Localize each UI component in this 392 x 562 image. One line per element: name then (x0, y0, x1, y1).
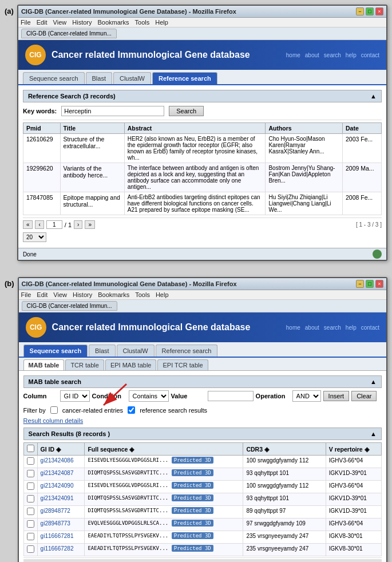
menu-file-a[interactable]: File (21, 19, 31, 26)
per-page-select-a[interactable]: 20 50 100 (23, 232, 46, 242)
link-contact-a[interactable]: contact (361, 52, 379, 58)
row-checkbox[interactable] (27, 482, 34, 490)
row-checkbox[interactable] (27, 533, 34, 540)
link-home-a[interactable]: home (286, 52, 300, 58)
collapse-icon-a[interactable]: ▲ (370, 93, 377, 100)
subtab-epimab-b[interactable]: EPI MAB table (105, 359, 157, 370)
cell-checkbox[interactable] (23, 519, 37, 531)
link-help-b[interactable]: help (346, 324, 357, 331)
row-checkbox[interactable] (27, 495, 34, 502)
minimize-btn-a[interactable]: − (356, 7, 364, 15)
cell-checkbox[interactable] (23, 544, 37, 556)
content-area-b: MAB table search ▲ Column GI ID Conditio… (19, 371, 386, 562)
browser-tab-a[interactable]: CIG-DB (Cancer-related Immun... (21, 29, 117, 38)
link-help-a[interactable]: help (346, 52, 357, 58)
menu-tools-a[interactable]: Tools (135, 19, 150, 26)
cell-gi[interactable]: gi213424086 (37, 456, 85, 468)
cell-gi[interactable]: gi213424090 (37, 481, 85, 493)
predicted-3d-badge[interactable]: Predicted 3D (172, 532, 213, 539)
predicted-3d-badge[interactable]: Predicted 3D (172, 520, 213, 527)
select-all-checkbox-b[interactable] (27, 445, 34, 452)
tab-blast-a[interactable]: Blast (86, 72, 112, 84)
menu-history-a[interactable]: History (72, 19, 92, 26)
search-input-a[interactable] (61, 106, 164, 116)
next-page-btn-a[interactable]: › (74, 220, 82, 229)
cell-gi[interactable]: gi213424091 (37, 493, 85, 506)
menu-view-b[interactable]: View (53, 291, 67, 298)
col-select-b[interactable]: GI ID (60, 390, 90, 402)
cell-gi[interactable]: gi28948773 (37, 519, 85, 531)
tab-reference-search-a[interactable]: Reference search (152, 72, 217, 84)
prev-page-btn-a[interactable]: ‹ (35, 220, 43, 229)
tab-blast-b[interactable]: Blast (89, 345, 115, 357)
checkbox-refresults-b[interactable] (128, 406, 135, 414)
cell-gi[interactable]: gi116667282 (37, 544, 85, 556)
menu-history-b[interactable]: History (73, 291, 92, 298)
cell-checkbox[interactable] (23, 468, 37, 481)
link-contact-b[interactable]: contact (361, 324, 379, 331)
cond-select-b[interactable]: Contains (129, 390, 169, 402)
collapse-icon-b[interactable]: ▲ (370, 378, 377, 385)
predicted-3d-badge[interactable]: Predicted 3D (172, 494, 213, 501)
row-checkbox[interactable] (27, 545, 34, 553)
op-select-b[interactable]: AND OR (292, 390, 321, 402)
menu-bookmarks-a[interactable]: Bookmarks (97, 19, 129, 26)
result-link-b[interactable]: Result column details (23, 417, 84, 424)
results-collapse-icon-b[interactable]: ▲ (370, 430, 377, 437)
checkbox-cancer-b[interactable] (50, 406, 58, 414)
cell-gi[interactable]: gi213424087 (37, 468, 85, 481)
menu-help-a[interactable]: Help (155, 19, 168, 26)
predicted-3d-badge[interactable]: Predicted 3D (172, 545, 213, 552)
tab-sequence-search-a[interactable]: Sequence search (23, 72, 85, 84)
last-page-btn-a[interactable]: » (85, 220, 95, 229)
first-page-btn-a[interactable]: « (23, 220, 33, 229)
table-row: gi213424091 DIQMTQSPSSLSASVGDRVTITC... P… (23, 493, 381, 506)
tab-reference-search-b[interactable]: Reference search (156, 345, 218, 357)
tab-clustalw-b[interactable]: ClustalW (117, 345, 155, 357)
menu-bookmarks-b[interactable]: Bookmarks (98, 291, 129, 298)
link-search-a[interactable]: search (324, 52, 341, 58)
cell-gi[interactable]: gi116667281 (37, 531, 85, 544)
cell-checkbox[interactable] (23, 493, 37, 506)
maximize-btn-b[interactable]: □ (366, 280, 374, 288)
cell-checkbox[interactable] (23, 456, 37, 468)
subtab-mab-b[interactable]: MAB table (23, 359, 65, 370)
menu-edit-b[interactable]: Edit (37, 291, 47, 298)
menu-edit-a[interactable]: Edit (37, 19, 47, 26)
row-checkbox[interactable] (27, 520, 34, 528)
menu-file-b[interactable]: File (21, 291, 31, 298)
link-search-b[interactable]: search (324, 324, 341, 331)
link-about-b[interactable]: about (305, 324, 319, 331)
tab-clustalw-a[interactable]: ClustalW (113, 72, 151, 84)
page-input-a[interactable] (46, 220, 62, 229)
cell-checkbox[interactable] (23, 506, 37, 519)
link-about-a[interactable]: about (305, 52, 319, 58)
predicted-3d-badge[interactable]: Predicted 3D (172, 469, 213, 476)
tab-sequence-search-b[interactable]: Sequence search (23, 345, 88, 357)
cell-checkbox[interactable] (23, 481, 37, 493)
clear-btn-b[interactable]: Clear (351, 391, 377, 401)
predicted-3d-badge[interactable]: Predicted 3D (172, 482, 213, 489)
predicted-3d-badge[interactable]: Predicted 3D (172, 457, 213, 464)
cell-checkbox[interactable] (23, 531, 37, 544)
val-input-b[interactable] (208, 391, 254, 401)
close-btn-a[interactable]: × (375, 7, 383, 15)
cell-gi[interactable]: gi28948772 (37, 506, 85, 519)
row-checkbox[interactable] (27, 457, 34, 465)
menu-tools-b[interactable]: Tools (135, 291, 150, 298)
browser-tab-b[interactable]: CIG-DB (Cancer-related Immun... (22, 301, 117, 311)
subtab-epitcr-b[interactable]: EPI TCR table (157, 359, 208, 370)
row-checkbox[interactable] (27, 508, 34, 515)
subtab-tcr-b[interactable]: TCR table (65, 359, 104, 370)
row-checkbox[interactable] (27, 470, 34, 477)
predicted-3d-badge[interactable]: Predicted 3D (172, 507, 213, 514)
search-button-a[interactable]: Search (169, 106, 204, 116)
insert-btn-b[interactable]: Insert (323, 391, 350, 401)
menu-help-b[interactable]: Help (156, 291, 169, 298)
minimize-btn-b[interactable]: − (356, 280, 364, 288)
col-fullseq-b: Full sequence ◈ (85, 443, 243, 456)
close-btn-b[interactable]: × (375, 280, 383, 288)
link-home-b[interactable]: home (286, 324, 300, 331)
maximize-btn-a[interactable]: □ (366, 7, 374, 15)
menu-view-a[interactable]: View (53, 19, 67, 26)
